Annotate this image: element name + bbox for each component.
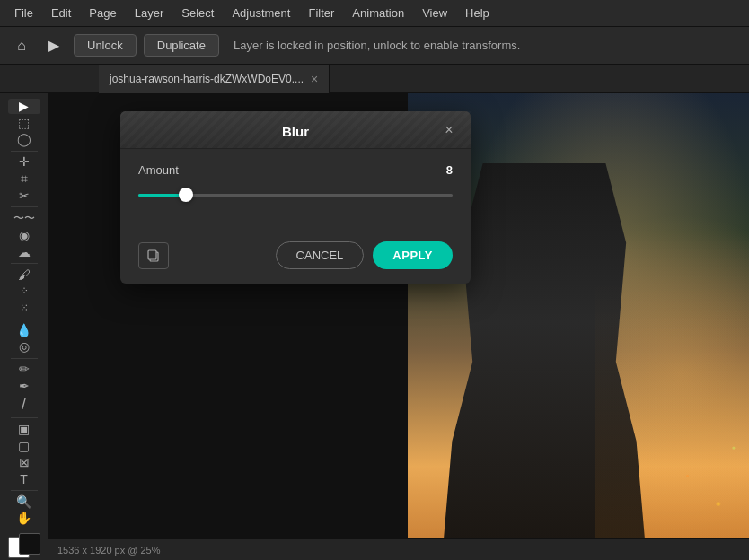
tool-crop[interactable]: ⌗ — [8, 171, 40, 187]
svg-rect-1 — [148, 250, 156, 259]
color-display[interactable] — [8, 537, 40, 555]
slider-track — [138, 194, 453, 197]
tool-text[interactable]: T — [8, 471, 40, 486]
sidebar: ▶ ⬚ ◯ ✛ ⌗ ✂ 〜〜 ◉ ☁ 🖌 ⁘ ⁙ 💧 ◎ ✏ ✒ / ▣ ▢ ⊠… — [0, 93, 48, 560]
toolbar-message: Layer is locked in position, unlock to e… — [234, 39, 520, 52]
blur-dialog: Blur × Amount 8 — [120, 111, 471, 284]
tool-eyedrop[interactable]: 💧 — [8, 323, 40, 338]
menu-edit[interactable]: Edit — [44, 4, 78, 22]
status-bar: 1536 x 1920 px @ 25% — [48, 538, 749, 560]
amount-value: 8 — [446, 163, 453, 177]
tool-separator-3 — [11, 263, 38, 264]
amount-row: Amount 8 — [138, 163, 453, 177]
toolbar: ⌂ ▶ Unlock Duplicate Layer is locked in … — [0, 27, 749, 65]
menu-animation[interactable]: Animation — [345, 4, 411, 22]
tool-separator-7 — [11, 490, 38, 491]
dialog-header: Blur × — [120, 111, 471, 149]
pointer-icon[interactable]: ▶ — [41, 33, 66, 58]
tool-dots[interactable]: ⁘ — [8, 284, 40, 299]
menu-adjustment[interactable]: Adjustment — [225, 4, 297, 22]
tool-apps[interactable]: ⁙ — [8, 300, 40, 315]
tool-separator-1 — [11, 151, 38, 152]
tool-select-rect[interactable]: ⬚ — [8, 116, 40, 131]
status-text: 1536 x 1920 px @ 25% — [57, 545, 161, 556]
city-lights — [595, 280, 749, 560]
tool-hand[interactable]: ✋ — [8, 511, 40, 526]
tool-wave[interactable]: 〜〜 — [8, 211, 40, 226]
tool-fill[interactable]: ▣ — [8, 422, 40, 437]
copy-button[interactable] — [138, 242, 169, 269]
tool-separator-8 — [11, 529, 38, 529]
tool-pen[interactable]: ✒ — [8, 379, 40, 394]
menu-select[interactable]: Select — [174, 4, 221, 22]
menu-page[interactable]: Page — [82, 4, 123, 22]
menu-layer[interactable]: Layer — [128, 4, 172, 22]
menu-help[interactable]: Help — [458, 4, 497, 22]
tool-separator-4 — [11, 319, 38, 319]
tool-zoom[interactable]: 🔍 — [8, 494, 40, 509]
tab-bar: joshua-rawson-harris-dkZWxWDoEV0.... × — [0, 65, 749, 93]
menu-file[interactable]: File — [7, 4, 40, 22]
tool-cross[interactable]: ⊠ — [8, 455, 40, 470]
tool-cut[interactable]: ✂ — [8, 188, 40, 204]
tab-close-icon[interactable]: × — [311, 73, 318, 85]
foreground-color[interactable] — [19, 533, 40, 555]
dialog-footer: CANCEL APPLY — [120, 232, 471, 284]
dialog-body: Amount 8 — [120, 149, 471, 232]
tool-brush[interactable]: 🖌 — [8, 267, 40, 282]
dialog-close-button[interactable]: × — [440, 121, 458, 139]
tab-label: joshua-rawson-harris-dkZWxWDoEV0.... — [110, 73, 304, 85]
home-icon[interactable]: ⌂ — [9, 33, 34, 58]
tool-picker[interactable]: / — [8, 395, 40, 414]
tool-smudge[interactable]: ☁ — [8, 244, 40, 259]
slider-thumb[interactable] — [179, 188, 193, 202]
tool-stamp[interactable]: ◉ — [8, 228, 40, 243]
unlock-button[interactable]: Unlock — [74, 34, 137, 57]
dialog-stripes — [120, 111, 471, 148]
tool-move[interactable]: ✛ — [8, 154, 40, 170]
canvas-area: Blur × Amount 8 — [48, 93, 749, 560]
duplicate-button[interactable]: Duplicate — [144, 34, 219, 57]
tab-item[interactable]: joshua-rawson-harris-dkZWxWDoEV0.... × — [99, 65, 330, 93]
blur-slider-container[interactable] — [138, 186, 453, 204]
apply-button[interactable]: APPLY — [373, 241, 453, 269]
tool-pointer[interactable]: ▶ — [8, 99, 40, 114]
menu-filter[interactable]: Filter — [301, 4, 341, 22]
copy-icon — [146, 249, 161, 263]
tool-lasso[interactable]: ◯ — [8, 132, 40, 147]
tool-circle[interactable]: ◎ — [8, 339, 40, 354]
footer-buttons: CANCEL APPLY — [276, 241, 453, 269]
tool-separator-5 — [11, 358, 38, 359]
tool-separator-2 — [11, 206, 38, 207]
tool-pencil[interactable]: ✏ — [8, 362, 40, 377]
tool-rect[interactable]: ▢ — [8, 438, 40, 453]
amount-label: Amount — [138, 163, 179, 177]
menu-view[interactable]: View — [415, 4, 454, 22]
main-layout: ▶ ⬚ ◯ ✛ ⌗ ✂ 〜〜 ◉ ☁ 🖌 ⁘ ⁙ 💧 ◎ ✏ ✒ / ▣ ▢ ⊠… — [0, 93, 749, 560]
cancel-button[interactable]: CANCEL — [276, 241, 365, 269]
tool-separator-6 — [11, 417, 38, 418]
menu-bar: File Edit Page Layer Select Adjustment F… — [0, 0, 749, 27]
